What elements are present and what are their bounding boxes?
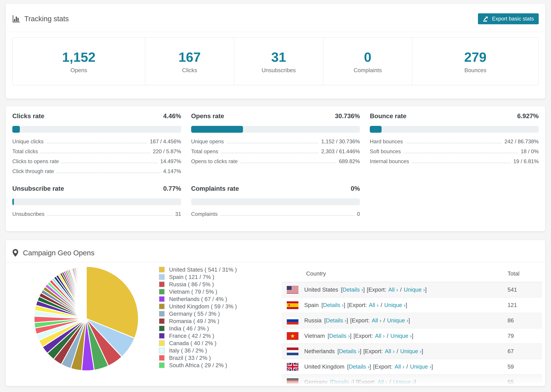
dotted-leader	[220, 215, 354, 216]
rate-value: 30.736%	[335, 112, 360, 120]
progress-bar	[191, 198, 360, 205]
stat-value: 0	[364, 49, 371, 65]
bar-chart-icon	[12, 15, 20, 23]
legend-label: South Africa ( 29 / 2% )	[169, 362, 227, 369]
export-button-label: Export basic stats	[492, 16, 534, 22]
legend-label: Germany ( 55 / 3% )	[169, 311, 220, 317]
legend-label: France ( 42 / 2% )	[169, 333, 214, 339]
rate-row-label: Internal bounces	[370, 158, 409, 165]
rates-card: Clicks rate 4.46% Unique clicks 167 / 4.…	[6, 106, 545, 231]
country-name: United Kingdom	[304, 364, 345, 370]
dotted-leader	[240, 163, 336, 163]
rate-value: 4.46%	[163, 112, 181, 120]
dotted-leader	[226, 143, 319, 143]
details-link[interactable]: Details ›	[339, 348, 360, 355]
details-link[interactable]: Details ›	[349, 364, 369, 370]
rate-row-value: 689.82%	[339, 158, 360, 165]
flag-es-icon	[287, 301, 298, 309]
legend-label: Brazil ( 33 / 2% )	[169, 355, 211, 361]
table-row-es: Spain [Details ›][Export:All ›/Unique ›]…	[282, 298, 542, 313]
legend-item: Canada ( 40 / 2% )	[159, 339, 237, 347]
legend-label: United States ( 541 / 31% )	[169, 266, 237, 273]
progress-bar	[370, 126, 539, 133]
legend-label: United Kingdom ( 59 / 3% )	[169, 303, 237, 310]
rate-row-label: Unsubscribes	[12, 211, 44, 217]
details-link[interactable]: Details ›	[323, 302, 344, 308]
details-link[interactable]: Details ›	[326, 317, 346, 324]
export-unique-link[interactable]: Unique ›	[387, 317, 409, 324]
rate-panel-bounce-rate: Bounce rate 6.927% Hard bounces 242 / 86…	[370, 112, 539, 178]
rate-row-value: 4.147%	[163, 168, 181, 175]
export-unique-link[interactable]: Unique ›	[393, 379, 414, 385]
progress-bar-fill	[12, 126, 20, 133]
rate-row-label: Hard bounces	[370, 139, 403, 145]
export-unique-link[interactable]: Unique ›	[400, 348, 422, 355]
legend-swatch	[159, 281, 165, 287]
legend-item: Netherlands ( 67 / 4% )	[159, 295, 237, 303]
rate-row-value: 242 / 86.738%	[504, 139, 539, 145]
export-all-link[interactable]: All ›	[375, 333, 385, 339]
map-pin-icon	[12, 249, 19, 257]
rate-value: 6.927%	[517, 112, 539, 120]
legend-label: Canada ( 40 / 2% )	[169, 340, 216, 347]
rate-value: 0%	[351, 185, 360, 192]
rate-detail-row: Hard bounces 242 / 86.738%	[370, 139, 539, 148]
legend-label: India ( 46 / 3% )	[169, 325, 209, 332]
rate-row-label: Total opens	[191, 148, 218, 155]
stat-value: 167	[178, 49, 201, 65]
legend-item: South Africa ( 29 / 2% )	[159, 362, 237, 369]
country-total: 541	[508, 287, 517, 293]
table-row-de: Germany [Details ›][Export:All ›/Unique …	[282, 375, 542, 386]
stat-cell-complaints: 0 Complaints	[323, 38, 412, 85]
progress-bar	[12, 198, 181, 205]
legend-label: Spain ( 121 / 7% )	[169, 274, 214, 280]
details-link[interactable]: Details ›	[342, 287, 363, 293]
table-row-ru: Russia [Details ›][Export:All ›/Unique ›…	[282, 313, 542, 328]
export-unique-link[interactable]: Unique ›	[410, 364, 431, 370]
export-all-link[interactable]: All ›	[369, 302, 379, 308]
details-link[interactable]: Details ›	[332, 379, 353, 385]
pie-legend: United States ( 541 / 31% ) Spain ( 121 …	[159, 266, 237, 369]
geo-opens-table: Country Total United States [Details ›][…	[282, 266, 542, 386]
legend-item: United States ( 541 / 31% )	[159, 266, 237, 273]
export-all-link[interactable]: All ›	[372, 317, 381, 324]
rate-row-label: Unique opens	[191, 139, 224, 145]
rate-panel-unsubscribe-rate: Unsubscribe rate 0.77% Unsubscribes 31	[12, 185, 181, 221]
stat-value: 1,152	[62, 49, 95, 65]
rate-detail-row: Clicks to opens rate 14.497%	[12, 158, 181, 168]
rate-title: Clicks rate	[12, 112, 44, 120]
legend-swatch	[159, 304, 165, 309]
tracking-stats-card: Tracking stats Export basic stats 1,152 …	[6, 3, 545, 99]
export-all-link[interactable]: All ›	[378, 379, 387, 385]
rate-panel-clicks-rate: Clicks rate 4.46% Unique clicks 167 / 4.…	[12, 112, 181, 178]
rate-detail-row: Total opens 2,303 / 61.446%	[191, 148, 360, 158]
rate-detail-rows: Unique clicks 167 / 4.456% Total clicks …	[12, 139, 181, 178]
rate-detail-rows: Hard bounces 242 / 86.738% Soft bounces …	[370, 139, 539, 168]
progress-bar-fill	[191, 126, 243, 133]
export-unique-link[interactable]: Unique ›	[404, 287, 425, 293]
rate-title: Unsubscribe rate	[12, 185, 64, 192]
country-name: Russia	[304, 317, 322, 324]
geo-table-header: Country Total	[282, 266, 542, 282]
geo-opens-title-text: Campaign Geo Opens	[23, 249, 94, 257]
legend-label: Netherlands ( 67 / 4% )	[169, 296, 227, 302]
rate-detail-row: Soft bounces 18 / 0%	[370, 148, 539, 158]
export-basic-stats-button[interactable]: Export basic stats	[478, 13, 539, 24]
country-name: United States	[304, 287, 338, 293]
export-all-link[interactable]: All ›	[388, 287, 398, 293]
rate-detail-row: Internal bounces 19 / 6.81%	[370, 158, 539, 168]
export-unique-link[interactable]: Unique ›	[384, 302, 406, 308]
export-all-link[interactable]: All ›	[385, 348, 395, 355]
country-name: Netherlands	[304, 348, 335, 355]
export-unique-link[interactable]: Unique ›	[390, 333, 412, 339]
rate-title: Opens rate	[191, 112, 224, 120]
dotted-leader	[41, 153, 150, 153]
rate-row-value: 1,152 / 30.736%	[321, 139, 360, 145]
legend-item: Romania ( 49 / 3% )	[159, 317, 237, 325]
rate-title: Complaints rate	[191, 185, 239, 192]
legend-swatch	[159, 267, 165, 273]
campaign-geo-opens-card: Campaign Geo Opens United States ( 541 /…	[6, 240, 545, 386]
export-all-link[interactable]: All ›	[395, 364, 404, 370]
rate-row-label: Complaints	[191, 211, 218, 217]
details-link[interactable]: Details ›	[329, 333, 350, 339]
